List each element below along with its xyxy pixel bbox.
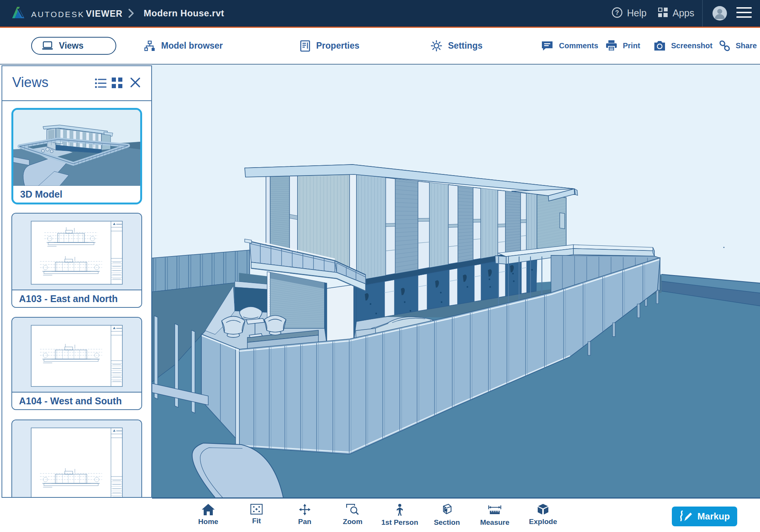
svg-text:?: ? xyxy=(615,10,619,16)
